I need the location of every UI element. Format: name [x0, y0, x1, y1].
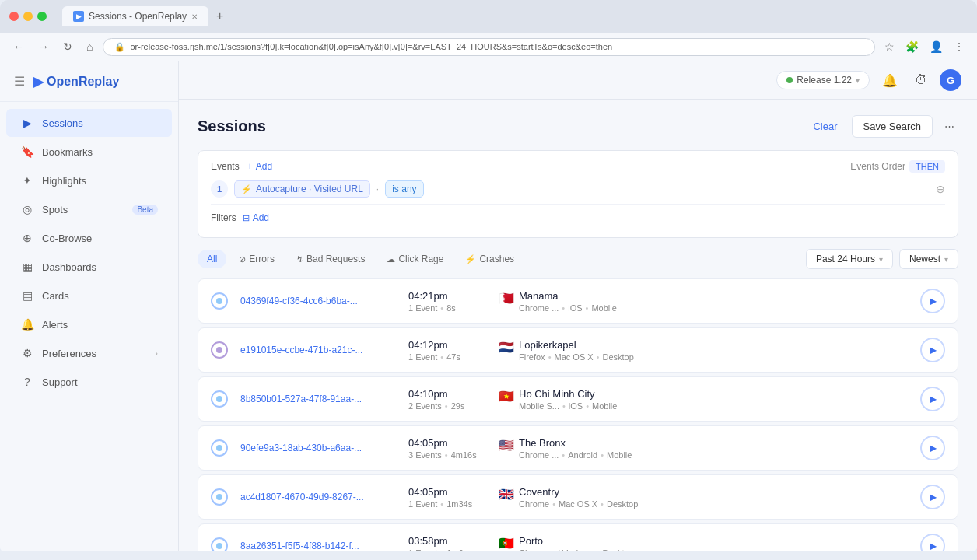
table-row[interactable]: 90efe9a3-18ab-430b-a6aa-... 04:05pm 3 Ev… — [198, 425, 958, 471]
session-events-meta: 1 Event • 1m34s — [408, 499, 486, 509]
home-button[interactable]: ⌂ — [82, 39, 96, 54]
session-time: 03:58pm — [408, 535, 486, 547]
session-location-info: Porto Chrome • Windows • Desktop — [519, 535, 634, 552]
session-city: Lopikerkapel — [519, 339, 634, 351]
time-filter-button[interactable]: Past 24 Hours ▾ — [806, 249, 893, 269]
play-button[interactable]: ▶ — [920, 338, 945, 362]
sidebar-item-sessions[interactable]: ▶ Sessions — [6, 109, 172, 137]
session-device: Desktop — [602, 352, 633, 362]
play-button[interactable]: ▶ — [920, 387, 945, 411]
tab-errors[interactable]: ⊘ Errors — [229, 250, 284, 268]
table-row[interactable]: ac4d1807-4670-49d9-8267-... 04:05pm 1 Ev… — [198, 474, 958, 520]
session-device: Mobile — [591, 303, 616, 313]
sidebar-item-label: Cards — [42, 290, 69, 302]
release-chevron-icon: ▾ — [856, 76, 860, 85]
filter-bar: Events + Add Events Order THEN 1 ⚡ Autoc… — [198, 150, 958, 238]
sidebar-item-dashboards[interactable]: ▦ Dashboards — [6, 253, 172, 281]
session-os: Android — [568, 450, 597, 460]
session-status-icon — [211, 292, 228, 310]
forward-button[interactable]: → — [34, 39, 53, 54]
url-text: or-release-foss.rjsh.me/1/sessions?f[0].… — [130, 42, 612, 51]
table-row[interactable]: 04369f49-cf36-4cc6-b6ba-... 04:21pm 1 Ev… — [198, 278, 958, 324]
page-title: Sessions — [198, 117, 266, 135]
table-row[interactable]: 8aa26351-f5f5-4f88-b142-f... 03:58pm 1 E… — [198, 523, 958, 551]
session-time-col: 04:12pm 1 Event • 47s — [408, 339, 486, 362]
new-tab-button[interactable]: + — [212, 8, 228, 25]
sidebar-item-spots[interactable]: ◎ Spots Beta — [6, 195, 172, 223]
clear-button[interactable]: Clear — [807, 117, 843, 136]
more-options-button[interactable]: ⋯ — [940, 117, 958, 136]
session-os: Windows — [559, 548, 594, 552]
play-button[interactable]: ▶ — [920, 289, 945, 313]
session-flag: 🇬🇧 — [499, 487, 514, 502]
session-location: 🇺🇸 The Bronx Chrome ... • Android • Mobi… — [499, 437, 654, 460]
session-device: Mobile — [607, 450, 632, 460]
sidebar-item-label: Spots — [42, 204, 68, 215]
sidebar-item-alerts[interactable]: 🔔 Alerts — [6, 310, 172, 338]
filter-separator: · — [376, 184, 379, 194]
crashes-tab-icon: ⚡ — [465, 254, 476, 264]
tab-crashes[interactable]: ⚡ Crashes — [456, 250, 524, 268]
active-tab[interactable]: ▶ Sessions - OpenReplay ✕ — [62, 6, 208, 26]
table-row[interactable]: 8b850b01-527a-47f8-91aa-... 04:10pm 2 Ev… — [198, 376, 958, 422]
filter-value[interactable]: is any — [385, 180, 423, 198]
sidebar-item-cobrowse[interactable]: ⊕ Co-Browse — [6, 224, 172, 252]
session-flag: 🇳🇱 — [499, 340, 514, 355]
bookmark-star-btn[interactable]: ☆ — [881, 37, 898, 56]
sidebar-item-cards[interactable]: ▤ Cards — [6, 282, 172, 310]
tab-all[interactable]: All — [198, 250, 226, 268]
session-city: Manama — [519, 290, 617, 302]
sessions-icon: ▶ — [20, 116, 34, 130]
address-bar[interactable]: 🔒 or-release-foss.rjsh.me/1/sessions?f[0… — [103, 38, 875, 56]
reload-button[interactable]: ↻ — [59, 39, 76, 54]
minimize-dot[interactable] — [23, 12, 33, 21]
table-row[interactable]: e191015e-ccbe-471b-a21c-... 04:12pm 1 Ev… — [198, 327, 958, 373]
sidebar-item-support[interactable]: ? Support — [6, 368, 172, 396]
status-dot — [216, 445, 222, 451]
sidebar-item-preferences[interactable]: ⚙ Preferences › — [6, 339, 172, 367]
tab-bad-requests-label: Bad Requests — [306, 254, 365, 264]
tab-bad-requests[interactable]: ↯ Bad Requests — [287, 250, 374, 268]
play-button[interactable]: ▶ — [920, 485, 945, 509]
session-location: 🇳🇱 Lopikerkapel Firefox • Mac OS X • Des… — [499, 339, 654, 362]
session-flag: 🇵🇹 — [499, 536, 514, 551]
session-location: 🇵🇹 Porto Chrome • Windows • Desktop — [499, 535, 654, 552]
avatar[interactable]: G — [940, 69, 961, 91]
sidebar-item-bookmarks[interactable]: 🔖 Bookmarks — [6, 138, 172, 166]
play-button[interactable]: ▶ — [920, 436, 945, 460]
session-city: Porto — [519, 535, 634, 547]
maximize-dot[interactable] — [37, 12, 47, 21]
session-location-info: Manama Chrome ... • iOS • Mobile — [519, 290, 617, 313]
sidebar-toggle-button[interactable]: ☰ — [12, 72, 26, 90]
session-id: 04369f49-cf36-4cc6-b6ba-... — [240, 296, 396, 306]
notifications-button[interactable]: 🔔 — [877, 70, 902, 91]
session-events: 3 Events — [408, 450, 442, 460]
lock-icon: 🔒 — [114, 42, 125, 52]
sort-chevron-icon: ▾ — [944, 255, 948, 264]
add-event-button[interactable]: + Add — [247, 161, 272, 172]
extensions-btn[interactable]: 🧩 — [902, 37, 922, 56]
menu-btn[interactable]: ⋮ — [951, 37, 968, 56]
errors-tab-icon: ⊘ — [239, 254, 246, 264]
close-dot[interactable] — [9, 12, 19, 21]
filter-remove-button[interactable]: ⊖ — [936, 183, 945, 195]
order-then-badge: THEN — [909, 160, 945, 173]
tab-close-btn[interactable]: ✕ — [191, 12, 198, 21]
tab-click-rage[interactable]: ☁ Click Rage — [377, 250, 453, 268]
sort-filter-button[interactable]: Newest ▾ — [899, 249, 958, 269]
session-flag: 🇧🇭 — [499, 291, 514, 306]
filter-tag[interactable]: ⚡ Autocapture · Visited URL — [234, 180, 370, 198]
sidebar-item-highlights[interactable]: ✦ Highlights — [6, 166, 172, 194]
time-filter-label: Past 24 Hours — [816, 254, 875, 264]
back-button[interactable]: ← — [9, 39, 28, 54]
logo-text: OpenReplay — [47, 75, 119, 89]
save-search-button[interactable]: Save Search — [852, 115, 933, 138]
filter-condition-row: 1 ⚡ Autocapture · Visited URL · is any ⊖ — [211, 180, 945, 198]
release-badge[interactable]: Release 1.22 ▾ — [776, 71, 870, 89]
session-location-info: The Bronx Chrome ... • Android • Mobile — [519, 437, 632, 460]
profile-btn[interactable]: 👤 — [926, 37, 946, 56]
add-filter-button[interactable]: ⊟ Add — [243, 212, 269, 223]
session-browser-meta: Chrome • Mac OS X • Desktop — [519, 499, 638, 509]
play-button[interactable]: ▶ — [920, 534, 945, 551]
time-icon-button[interactable]: ⏱ — [910, 70, 932, 90]
